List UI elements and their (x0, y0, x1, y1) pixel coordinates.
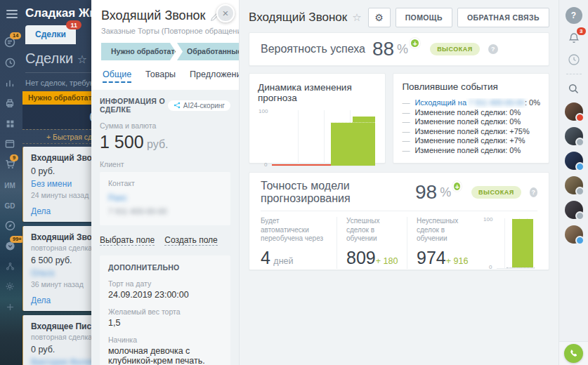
sidebar-item-structure[interactable] (3, 260, 17, 273)
deal-card-activities-link[interactable]: Дела (31, 296, 51, 305)
favorite-star-icon[interactable]: ☆ (352, 11, 361, 24)
sidebar-item-reports[interactable] (3, 77, 17, 90)
deal-card-subtitle: повторная сделка (31, 333, 91, 341)
kanban-cards: Входящий Звонок 0 руб. Без имени 24 мину… (22, 147, 91, 365)
quick-deal-button[interactable]: + Быстрая сделка (22, 129, 91, 144)
sidebar-item-gd[interactable]: GD (3, 199, 17, 212)
sidebar-item-settings[interactable] (3, 281, 17, 293)
callback-phone-button[interactable] (564, 344, 583, 363)
history-clock-icon (568, 53, 580, 66)
hamburger-menu-icon[interactable] (6, 10, 18, 18)
info-icon[interactable]: ? (488, 44, 498, 54)
user-avatar[interactable] (565, 152, 583, 170)
clock-icon (5, 58, 15, 69)
field-label: Желаемый вес торта (108, 307, 222, 316)
kanban-column-header[interactable]: Нужно обработать (13) (22, 91, 91, 105)
events-list: —Исходящий на 7 911 400-00-00: 0% —Измен… (402, 98, 540, 155)
favorite-star-icon[interactable]: ☆ (77, 53, 87, 65)
user-avatar[interactable] (565, 176, 583, 194)
stage-processed[interactable]: Обработанные (177, 43, 239, 60)
compass-icon (5, 220, 15, 232)
settings-gear-button[interactable]: ⚙ (368, 8, 391, 27)
tab-general[interactable]: Общие (103, 69, 131, 83)
tab-deals[interactable]: Сделки 11 (25, 25, 76, 44)
deal-card-title: Входящий Звонок (31, 232, 91, 242)
deal-detail-panel: × Входящий Звонок Заказные Торты (Повтор… (91, 0, 239, 365)
field-label: Начинка (108, 336, 222, 344)
level-badge: ВЫСОКАЯ (430, 43, 480, 55)
user-avatar[interactable] (565, 102, 583, 121)
accuracy-bar (512, 219, 533, 267)
success-value: 88 (372, 38, 394, 60)
tab-offers[interactable]: Предложения (190, 69, 239, 83)
choose-field-link[interactable]: Выбрать поле (100, 235, 155, 246)
accuracy-chart: 100 0 (497, 218, 535, 269)
help-circle-button[interactable]: ? (566, 7, 582, 24)
deals-kanban: Сделки 11 Контакты Сделки ☆ Нет сделок, … (20, 0, 91, 365)
contact-label: Контакт (108, 179, 222, 187)
contact-name-link[interactable]: Раис (108, 193, 222, 203)
deal-card[interactable]: Входящий Звонок 0 руб. Без имени 24 мину… (22, 147, 91, 222)
sidebar-item-time[interactable] (3, 57, 17, 69)
events-title: Повлиявшие события (402, 81, 540, 92)
deal-card-activities-link[interactable]: Дела (31, 206, 51, 216)
info-icon[interactable]: ? (530, 187, 537, 197)
field-value: 24.09.2019 23:00:00 (108, 290, 222, 300)
event-call-link[interactable]: Исходящий на (414, 98, 466, 108)
deal-title: Входящий Звонок (101, 8, 205, 23)
forecast-chart: 100 0 (272, 110, 375, 166)
feedback-button[interactable]: ОБРАТНАЯ СВЯЗЬ (457, 8, 549, 27)
field-value: 1,5 (108, 318, 222, 328)
user-avatar[interactable] (565, 127, 583, 145)
sidebar-item-apps[interactable] (3, 118, 17, 131)
network-icon (6, 262, 15, 272)
contact-phone[interactable]: 7 911 400-00-00 (108, 207, 222, 215)
sidebar-item-compass[interactable] (3, 220, 17, 232)
trend-up-marker-icon: + (452, 181, 462, 192)
successful-deals-stat: Успешных сделок в обучении 809+ 180 (337, 217, 407, 269)
user-avatar[interactable] (565, 225, 583, 244)
kanban-title: Сделки ☆ (25, 51, 87, 67)
forecast-dynamics-card: Динамика изменения прогноза 100 0 (249, 73, 386, 164)
deal-panel-body: ИНФОРМАЦИЯ О СДЕЛКЕ AI24-скоринг Сумма и… (91, 90, 239, 365)
sidebar-item-im[interactable]: ИМ (3, 179, 17, 192)
accuracy-value: 98 (415, 181, 437, 204)
user-avatar[interactable] (565, 201, 583, 219)
stage-need-processing[interactable]: Нужно обработать (101, 43, 176, 60)
sidebar-item-collapse[interactable]: 99+ (3, 240, 17, 253)
sidebar-item-shop[interactable]: 9 (3, 159, 17, 171)
deal-category-selector[interactable]: Заказные Торты (Повторное обращение) ˅ (101, 27, 229, 35)
success-probability-card: Вероятность успеха 88 % + ВЫСОКАЯ ? (249, 32, 549, 66)
close-icon[interactable]: × (216, 4, 235, 22)
cart-badge: 9 (10, 154, 18, 161)
y-axis-max: 100 (483, 216, 492, 223)
sidebar-item-print[interactable] (3, 98, 17, 110)
success-label: Вероятность успеха (261, 43, 365, 55)
search-button[interactable] (566, 81, 582, 96)
deal-info-section-title: ИНФОРМАЦИЯ О СДЕЛКЕ (100, 97, 168, 114)
window-icon (5, 140, 15, 150)
deal-card-time: 36 минут назад (31, 280, 91, 288)
deal-card-client-link[interactable]: Без имени (31, 179, 91, 189)
event-item: —Изменение полей сделки: 0% (402, 108, 540, 118)
callback-widget-area (559, 341, 588, 365)
create-field-link[interactable]: Создать поле (164, 235, 218, 246)
amount-label: Сумма и валюта (100, 121, 230, 130)
sidebar-item-sites[interactable] (3, 138, 17, 151)
retrain-stat: Будет автоматически переобучена через 4 … (261, 217, 337, 269)
help-button[interactable]: ПОМОЩЬ (396, 8, 452, 27)
ai-scoring-chip[interactable]: AI24-скоринг (168, 100, 230, 111)
history-button[interactable] (566, 52, 582, 67)
tab-products[interactable]: Товары (145, 69, 176, 83)
sidebar-item-pulse[interactable]: 14 (3, 36, 17, 49)
event-masked-phone[interactable]: 7 911 400-00-00 (469, 98, 525, 108)
sidebar-item-add[interactable] (3, 301, 17, 314)
notifications-bell-button[interactable]: 3 (566, 30, 582, 46)
deal-card-client-link[interactable]: Виктория Филимонова (31, 357, 91, 365)
deal-tabs: Общие Товары Предложения Счета (101, 60, 229, 90)
influencing-events-card: Повлиявшие события —Исходящий на 7 911 4… (393, 73, 549, 164)
accuracy-stats: Будет автоматически переобучена через 4 … (261, 217, 480, 269)
deal-card[interactable]: Входящее Письмо повторная сделка 0 руб. … (22, 315, 91, 365)
deal-card-client-link[interactable]: Ольга (31, 268, 91, 278)
deal-card[interactable]: Входящий Звонок повторная сделка 6 500 р… (22, 226, 91, 311)
